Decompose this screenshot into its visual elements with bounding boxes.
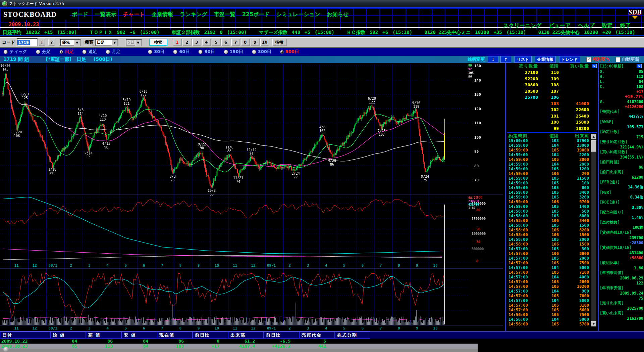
menu-item[interactable]: ボード [72,11,88,18]
chevron-down-icon[interactable]: ▼ [74,40,80,46]
indicator-button[interactable]: 指標 [272,39,287,46]
period-radio-label: 月足 [112,49,120,55]
menu-item[interactable]: 市況一覧 [214,11,235,18]
scroll-down-icon[interactable]: ▼ [591,321,596,326]
trade-row: 14:57:001053100 [507,303,590,308]
symbol-down-button[interactable]: ↓ [488,56,498,63]
period-radio[interactable]: 日足 [59,49,73,55]
menu-item[interactable]: ヘルプ [578,22,594,29]
period-radio[interactable]: 60日 [173,49,190,55]
help-button[interactable]: ? [48,39,55,46]
menu-item[interactable]: お知らせ [327,11,349,18]
code-input[interactable]: 1719 [17,38,38,46]
period-radio[interactable]: 500日 [280,49,299,55]
menu-item[interactable]: シミュレーション [276,11,320,18]
period-radio[interactable]: 90日 [198,49,215,55]
radio-icon[interactable] [252,50,256,54]
menu-item[interactable]: 終了 [620,22,631,29]
trade-price: 105 [538,256,559,261]
memory-button[interactable]: 1 [173,39,182,46]
charttype-select[interactable]: 日足▼ [95,39,118,46]
menu-item[interactable]: 一覧表示 [95,11,116,18]
rights-checkbox[interactable]: ✓ [586,57,591,62]
menu-item[interactable]: ビューア [549,22,571,29]
bid-qty: 41000 [559,101,589,106]
radio-icon[interactable] [224,50,228,54]
stats-row: L.84 [600,79,643,84]
swing-label: 9/2475 [418,175,432,182]
memory-button[interactable]: 9 [251,39,260,46]
memory-button[interactable]: 2 [182,39,192,46]
period-radio[interactable]: 300日 [252,49,271,55]
memory-button[interactable]: 4 [202,39,211,46]
symbol-up-button[interactable]: ↑ [500,56,511,63]
radio-icon[interactable] [36,50,40,54]
memory-button[interactable]: 3 [192,39,201,46]
memory-button[interactable]: 5 [212,39,221,46]
chart-tick-label: 1500000 [472,217,486,221]
stats-row: O.85 [600,69,643,74]
chart-tick-label: 80 [476,208,480,212]
stats-value: 113 [636,74,643,79]
period-radio[interactable]: 月足 [106,49,120,55]
radio-icon[interactable] [280,50,284,54]
main-menu: ボード一覧表示チャート企業情報ランキング市況一覧225ボードシミュレーションお知… [72,10,349,19]
period-radio[interactable]: 週足 [82,49,97,55]
scrollbar-thumb[interactable] [591,140,596,152]
chart-range: (500日) [94,56,112,62]
memory-button[interactable]: 8 [241,39,250,46]
search-button[interactable]: 検索 [149,39,167,46]
brand-logo: STOCKBOARD [1,9,70,20]
chart-tick-label: 8 [392,326,406,331]
period-radio[interactable]: ティック [3,49,27,55]
period-radio[interactable]: 分足 [36,49,51,55]
window-titlebar[interactable]: ストックボード Version 3.75 [0,0,644,7]
stats-value: 431400 [629,251,643,255]
trade-time: 14:59:00 [507,171,538,176]
menu-item[interactable]: 企業情報 [152,11,173,18]
chevron-down-icon[interactable]: ▼ [112,40,118,46]
stats-value: 1.45% [632,215,643,220]
trade-price: 105 [538,223,559,228]
memory-button[interactable]: 10 [260,39,269,46]
stats-row: [配当利回り] [600,210,643,215]
trade-row: 14:57:001057100 [507,270,590,275]
stats-close-icon[interactable]: × [637,64,642,68]
preference-select[interactable]: 優先▼ [60,39,81,46]
radio-icon[interactable] [82,50,87,54]
menu-item[interactable]: 設定 [602,22,613,29]
menu-item[interactable]: 225ボード [242,11,270,18]
orderbook-close-icon[interactable]: × [592,64,597,68]
stats-value: -28300 [629,240,643,245]
code-down-button[interactable]: ↓ [39,39,45,46]
chart-header-button[interactable]: リスト [515,56,532,63]
chart-tick-label: 1000000 [472,232,486,236]
menu-item[interactable]: チャート [123,11,145,18]
stats-row: 2009.06.29 [600,275,643,280]
radio-icon[interactable] [3,50,8,54]
chart-tick-label: 431400 [468,203,479,206]
chart-header-button[interactable]: 企業情報 [535,56,556,63]
radio-icon[interactable] [59,50,63,54]
price-chart-canvas[interactable] [0,63,506,331]
autoupdate-checkbox[interactable] [615,57,621,62]
ticker-name: 日経平均 [3,30,21,36]
radio-icon[interactable] [106,50,110,54]
scrollbar-orb[interactable] [3,347,9,352]
radio-icon[interactable] [173,50,177,54]
menu-item[interactable]: スクリーニング [503,22,541,29]
period-radio[interactable]: 30日 [148,49,164,55]
radio-icon[interactable] [198,50,203,54]
trade-row: 14:59:001053200 [507,195,590,200]
memory-button[interactable]: 7 [231,39,240,46]
chart-header-button[interactable]: トレンド [559,56,580,63]
swing-label: 12/1286 [245,148,258,156]
trade-price: 106 [538,242,559,247]
trade-price: 104 [538,162,559,167]
scroll-up-icon[interactable]: ▲ [591,134,596,139]
period-radio[interactable]: 150日 [224,49,243,55]
memory-button[interactable]: 6 [221,39,230,46]
bottom-scrollbar[interactable] [0,349,478,352]
radio-icon[interactable] [148,50,152,54]
menu-item[interactable]: ランキング [180,11,207,18]
